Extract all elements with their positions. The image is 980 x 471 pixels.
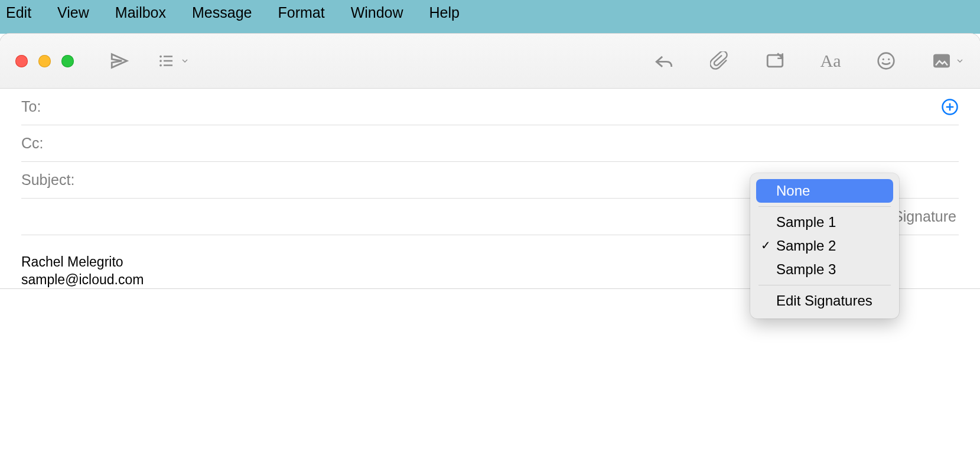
chevron-down-icon bbox=[180, 56, 190, 66]
signature-label: Signature bbox=[893, 208, 959, 225]
close-button[interactable] bbox=[15, 55, 28, 67]
emoji-icon[interactable] bbox=[876, 51, 896, 71]
menu-separator bbox=[758, 206, 891, 207]
signature-option-sample1[interactable]: Sample 1 bbox=[756, 210, 893, 234]
header-fields-button[interactable] bbox=[157, 51, 190, 71]
menu-help[interactable]: Help bbox=[429, 4, 460, 21]
menu-message[interactable]: Message bbox=[192, 4, 252, 21]
chevron-down-icon bbox=[955, 56, 965, 66]
svg-point-8 bbox=[883, 59, 884, 60]
svg-point-2 bbox=[159, 60, 162, 62]
menu-edit[interactable]: Edit bbox=[6, 4, 31, 21]
format-text-glyph: Aa bbox=[821, 51, 841, 71]
cc-label: Cc: bbox=[21, 135, 44, 152]
svg-point-9 bbox=[888, 59, 890, 60]
window-toolbar: Aa bbox=[0, 34, 980, 89]
menu-format[interactable]: Format bbox=[278, 4, 324, 21]
markup-icon[interactable] bbox=[765, 51, 785, 71]
minimize-button[interactable] bbox=[38, 55, 51, 67]
photo-icon bbox=[932, 51, 952, 71]
add-recipient-button[interactable] bbox=[941, 98, 959, 116]
signature-popup-menu: None Sample 1 ✓Sample 2 Sample 3 Edit Si… bbox=[750, 173, 899, 319]
photo-browser-button[interactable] bbox=[932, 51, 965, 71]
svg-point-7 bbox=[878, 53, 894, 69]
menu-window[interactable]: Window bbox=[351, 4, 403, 21]
svg-point-4 bbox=[159, 64, 162, 67]
to-label: To: bbox=[21, 98, 41, 115]
attachment-icon[interactable] bbox=[709, 51, 730, 71]
signature-option-none[interactable]: None bbox=[756, 179, 893, 203]
cc-field-row[interactable]: Cc: bbox=[21, 125, 959, 162]
signature-option-label: Sample 2 bbox=[776, 238, 836, 254]
toolbar-left-group bbox=[109, 51, 190, 71]
format-icon[interactable]: Aa bbox=[821, 51, 841, 71]
checkmark-icon: ✓ bbox=[761, 238, 771, 252]
send-icon[interactable] bbox=[109, 51, 129, 71]
desktop-gap bbox=[0, 25, 980, 34]
system-menubar: Edit View Mailbox Message Format Window … bbox=[0, 0, 980, 25]
menu-mailbox[interactable]: Mailbox bbox=[115, 4, 166, 21]
menu-separator bbox=[758, 285, 891, 285]
subject-label: Subject: bbox=[21, 171, 74, 189]
toolbar-right-group: Aa bbox=[654, 51, 965, 71]
to-field-row[interactable]: To: bbox=[21, 89, 959, 125]
reply-icon[interactable] bbox=[654, 51, 674, 71]
signature-option-sample2[interactable]: ✓Sample 2 bbox=[756, 234, 893, 258]
edit-signatures-option[interactable]: Edit Signatures bbox=[756, 289, 893, 313]
signature-option-sample3[interactable]: Sample 3 bbox=[756, 258, 893, 281]
menu-view[interactable]: View bbox=[57, 4, 89, 21]
svg-point-0 bbox=[159, 56, 162, 58]
list-icon bbox=[157, 51, 177, 71]
traffic-lights bbox=[15, 55, 74, 67]
zoom-button[interactable] bbox=[61, 55, 74, 67]
